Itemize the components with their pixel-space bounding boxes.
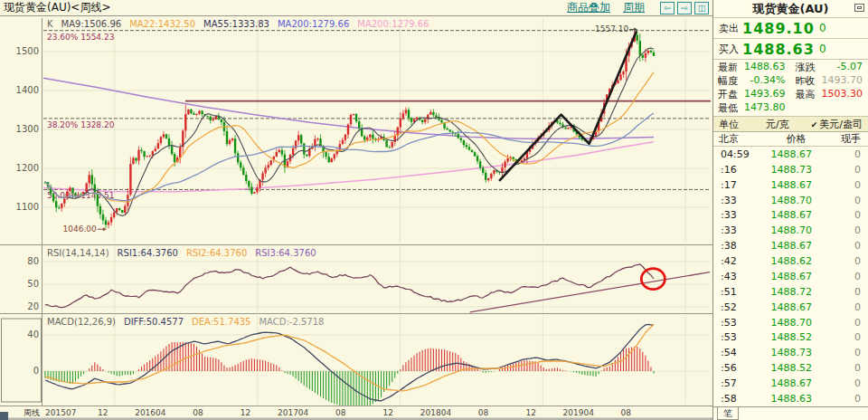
tick-price: 1488.62 (759, 255, 839, 267)
svg-text:1500: 1500 (16, 46, 39, 56)
tick-time: :51 (713, 286, 759, 298)
tick-price: 1488.52 (759, 331, 839, 343)
tick-time: :57 (713, 377, 759, 389)
tick-row: :511488.720 (713, 284, 868, 300)
svg-text:08: 08 (621, 408, 632, 417)
tick-vol: 0 (839, 271, 868, 282)
sell-price: 1489.10 (742, 20, 815, 37)
svg-text:50: 50 (27, 279, 39, 289)
svg-text:12: 12 (383, 408, 393, 417)
tick-time: :58 (713, 393, 759, 405)
svg-text:1557.10: 1557.10 (595, 24, 628, 33)
svg-text:201507: 201507 (45, 408, 76, 417)
tick-row: 04:591488.670 (713, 147, 868, 162)
period-link[interactable]: 周期 (623, 0, 645, 15)
restore-icon[interactable] (854, 4, 864, 12)
svg-text:23.60% 1554.23: 23.60% 1554.23 (47, 33, 114, 42)
arrow-right-icon[interactable]: ⇨ (677, 2, 692, 14)
buy-label: 买入 (713, 43, 742, 56)
tick-time: :43 (713, 271, 759, 282)
instrument-name: 现货黄金(AU) (752, 1, 828, 17)
stat-label: 最新 (718, 61, 738, 74)
tick-vol: 0 (839, 347, 868, 358)
tick-price: 1488.67 (759, 240, 839, 252)
stat-label: 昨收 (796, 74, 816, 88)
svg-text:201704: 201704 (278, 408, 309, 417)
tick-time: :53 (713, 331, 759, 343)
svg-text:20: 20 (27, 301, 39, 311)
svg-text:201604: 201604 (135, 408, 166, 417)
svg-text:KMA9:1506.96MA22:1432.50MA55:1: KMA9:1506.96MA22:1432.50MA55:1333.83MA20… (47, 19, 429, 29)
tick-row: :331488.700 (713, 193, 868, 208)
tick-price: 1488.73 (759, 347, 839, 358)
stat-value: 1473.80 (744, 101, 786, 115)
stat-value: 1503.30 (822, 88, 863, 101)
quote-panel: 现货黄金(AU) 卖出 1489.10 0 买入 1488.63 0 最新148… (712, 0, 868, 420)
topbar: 现货黄金(AU)<周线> 商品叠加 周期 ⇦⇨◫ (0, 0, 712, 16)
stat-row: 开盘1493.69最高1503.30 (713, 88, 868, 101)
tick-price: 1488.73 (759, 164, 839, 176)
stat-value: 1493.69 (744, 88, 786, 101)
tick-price: 1488.67 (759, 377, 839, 389)
toolbar-icons: ⇦⇨◫ (657, 1, 709, 14)
tick-time: :33 (713, 209, 759, 221)
tick-row: :431488.670 (713, 269, 868, 284)
svg-text:201904: 201904 (563, 408, 595, 417)
chart-canvas[interactable]: 1100120013001400150020508004023.60% 1554… (0, 16, 712, 420)
tick-vol: 0 (839, 301, 868, 313)
svg-text:12: 12 (241, 408, 250, 417)
arrow-left-icon[interactable]: ⇦ (660, 2, 675, 14)
tick-vol: 0 (839, 286, 868, 298)
tick-vol: 0 (839, 148, 868, 160)
svg-text:08: 08 (478, 408, 489, 417)
tick-time: :52 (713, 301, 759, 313)
svg-text:1100: 1100 (16, 202, 39, 212)
tick-price: 1488.67 (759, 271, 839, 282)
tick-price: 1488.67 (759, 179, 839, 191)
tick-row: :171488.670 (713, 177, 868, 193)
unit-label: 单位 (713, 118, 739, 131)
quote-panel-title: 现货黄金(AU) (713, 0, 868, 18)
buy-qty: 0 (819, 43, 826, 55)
tab-ticks[interactable]: 笔 (717, 407, 739, 420)
tick-price: 1488.70 (759, 317, 839, 329)
col-vol: 现手 (832, 132, 868, 146)
stat-row: 幅度-0.34%昨收1493.70 (713, 74, 868, 88)
tick-price: 1488.67 (759, 209, 839, 221)
overlay-link[interactable]: 商品叠加 (567, 0, 610, 15)
sell-row[interactable]: 卖出 1489.10 0 (713, 18, 868, 39)
svg-text:40: 40 (27, 329, 39, 339)
tick-vol: 0 (839, 224, 868, 236)
tick-row: :331488.670 (713, 208, 868, 224)
svg-text:1300: 1300 (16, 124, 39, 134)
stat-row: 最新1488.63涨跌-5.07 (713, 61, 868, 74)
svg-text:12: 12 (525, 408, 535, 417)
stat-value: 1488.63 (744, 61, 786, 74)
tick-time: :17 (713, 179, 759, 191)
tick-price: 1488.70 (759, 224, 839, 236)
split-view-icon[interactable]: ◫ (694, 2, 709, 14)
ticks-table[interactable]: 04:591488.670:161488.730:171488.670:3314… (713, 147, 868, 406)
tick-row: :531488.700 (713, 315, 868, 330)
stat-value: 1493.70 (822, 74, 863, 88)
svg-text:1200: 1200 (16, 163, 39, 173)
svg-text:0: 0 (33, 366, 39, 376)
unit-usd-option[interactable]: ✔美元/盎司 (811, 118, 868, 131)
svg-text:1046.00: 1046.00 (63, 224, 97, 234)
buy-row[interactable]: 买入 1488.63 0 (713, 39, 868, 60)
tick-row: :331488.700 (713, 223, 868, 238)
col-price: 价格 (760, 132, 832, 146)
svg-text:80: 80 (27, 256, 39, 266)
svg-text:RSI(14,14,14)RSI1:64.3760RSI2:: RSI(14,14,14)RSI1:64.3760RSI2:64.3760RSI… (47, 248, 316, 258)
app: 现货黄金(AU)<周线> 商品叠加 周期 ⇦⇨◫ 110012001300140… (0, 0, 868, 420)
tick-vol: 0 (839, 331, 868, 343)
tick-time: :16 (713, 164, 759, 176)
tick-vol: 0 (839, 317, 868, 329)
tick-row: :531488.520 (713, 330, 868, 346)
unit-cny-option[interactable]: 元/克 (766, 118, 789, 131)
tick-vol: 0 (839, 209, 868, 221)
tick-time: :38 (713, 240, 759, 252)
svg-text:201804: 201804 (420, 408, 452, 417)
tick-price: 1488.70 (759, 195, 839, 206)
stat-value: -0.34% (750, 74, 786, 88)
